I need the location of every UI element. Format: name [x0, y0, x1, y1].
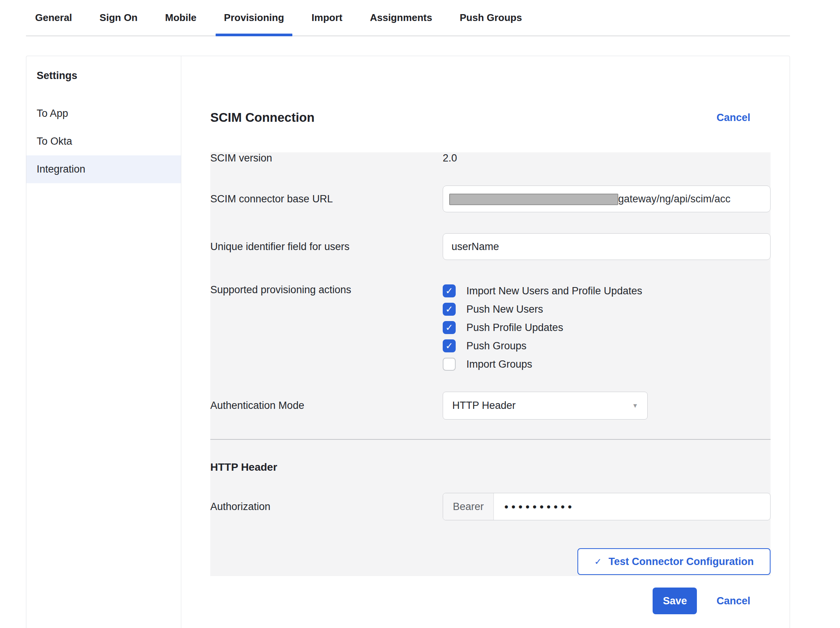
tab-bar: GeneralSign OnMobileProvisioningImportAs…: [26, 0, 790, 36]
sidebar-item-to-app[interactable]: To App: [26, 100, 181, 128]
base-url-input[interactable]: https://h5kd-135-19-67-148.ngrok.io/gate…: [443, 186, 771, 212]
chevron-down-icon: ▼: [632, 402, 638, 409]
title-row: SCIM Connection Cancel: [210, 110, 771, 125]
checkbox-row-push-groups: ✓Push Groups: [443, 337, 771, 355]
authorization-prefix: Bearer: [443, 493, 494, 520]
checkbox-label: Import New Users and Profile Updates: [466, 285, 642, 297]
http-header-section-title: HTTP Header: [210, 461, 771, 474]
sidebar-item-to-okta[interactable]: To Okta: [26, 128, 181, 155]
tab-general[interactable]: General: [27, 0, 81, 36]
tab-provisioning[interactable]: Provisioning: [216, 0, 292, 36]
checkbox-checked-push-new-users[interactable]: ✓: [443, 303, 456, 316]
sidebar-item-integration[interactable]: Integration: [26, 155, 181, 183]
cancel-link-top[interactable]: Cancel: [716, 112, 750, 124]
test-connector-label: Test Connector Configuration: [609, 556, 754, 568]
tab-push-groups[interactable]: Push Groups: [451, 0, 530, 36]
app-tab-bar-wrapper: GeneralSign OnMobileProvisioningImportAs…: [26, 0, 790, 36]
authorization-label: Authorization: [210, 501, 443, 513]
authentication-mode-select[interactable]: HTTP Header ▼: [443, 392, 648, 420]
tab-assignments[interactable]: Assignments: [361, 0, 440, 36]
scim-form-panel: SCIM version 2.0 SCIM connector base URL…: [210, 152, 771, 576]
base-url-visible-text: /gateway/ng/api/scim/acc: [615, 193, 730, 205]
sidebar-items: To AppTo OktaIntegration: [26, 100, 181, 183]
unique-identifier-label: Unique identifier field for users: [210, 241, 443, 253]
authentication-mode-row: Authentication Mode HTTP Header ▼: [210, 392, 771, 420]
authorization-token-input[interactable]: ●●●●●●●●●●: [494, 493, 770, 520]
unique-identifier-row: Unique identifier field for users: [210, 233, 771, 260]
checkbox-row-import-new-users-and-profile-updates: ✓Import New Users and Profile Updates: [443, 282, 771, 300]
authorization-input-group: Bearer ●●●●●●●●●●: [443, 493, 771, 520]
checkbox-label: Push Profile Updates: [466, 322, 563, 334]
cancel-link-bottom[interactable]: Cancel: [716, 595, 750, 607]
checkbox-row-push-profile-updates: ✓Push Profile Updates: [443, 318, 771, 337]
base-url-row: SCIM connector base URL https://h5kd-135…: [210, 186, 771, 212]
authorization-row: Authorization Bearer ●●●●●●●●●●: [210, 493, 771, 520]
test-connector-button[interactable]: ✓ Test Connector Configuration: [577, 548, 771, 575]
scim-version-row: SCIM version 2.0: [210, 152, 771, 186]
checkbox-row-import-groups: Import Groups: [443, 355, 771, 373]
scim-version-label: SCIM version: [210, 152, 443, 164]
checkbox-checked-push-groups[interactable]: ✓: [443, 339, 456, 352]
base-url-redacted-text: https://h5kd-135-19-67-148.ngrok.io: [451, 186, 615, 212]
provisioning-main: SCIM Connection Cancel SCIM version 2.0 …: [181, 56, 790, 628]
authentication-mode-label: Authentication Mode: [210, 400, 443, 412]
check-icon: ✓: [594, 557, 601, 567]
save-button[interactable]: Save: [653, 588, 697, 614]
scim-version-value: 2.0: [443, 152, 457, 164]
checkbox-label: Push Groups: [466, 340, 527, 352]
tab-import[interactable]: Import: [303, 0, 351, 36]
provisioning-actions-row: Supported provisioning actions ✓Import N…: [210, 282, 771, 373]
base-url-label: SCIM connector base URL: [210, 193, 443, 205]
checkbox-checked-push-profile-updates[interactable]: ✓: [443, 321, 456, 334]
checkbox-label: Import Groups: [466, 358, 532, 370]
tab-mobile[interactable]: Mobile: [157, 0, 205, 36]
settings-sidebar: Settings To AppTo OktaIntegration: [26, 56, 181, 628]
checkbox-row-push-new-users: ✓Push New Users: [443, 300, 771, 318]
page-title: SCIM Connection: [210, 110, 314, 125]
checkbox-unchecked-import-groups[interactable]: [443, 358, 456, 371]
test-connector-row: ✓ Test Connector Configuration: [210, 548, 771, 575]
provisioning-options: ✓Import New Users and Profile Updates✓Pu…: [443, 282, 771, 373]
unique-identifier-input[interactable]: [443, 233, 771, 260]
settings-card: Settings To AppTo OktaIntegration SCIM C…: [26, 56, 790, 628]
provisioning-actions-label: Supported provisioning actions: [210, 282, 443, 296]
checkbox-checked-import-new-users-and-profile-updates[interactable]: ✓: [443, 284, 456, 297]
checkbox-label: Push New Users: [466, 304, 543, 315]
section-divider: [210, 439, 771, 440]
tab-sign-on[interactable]: Sign On: [91, 0, 146, 36]
sidebar-title: Settings: [26, 70, 181, 95]
form-footer: Save Cancel: [210, 588, 771, 614]
authentication-mode-value: HTTP Header: [452, 400, 516, 412]
